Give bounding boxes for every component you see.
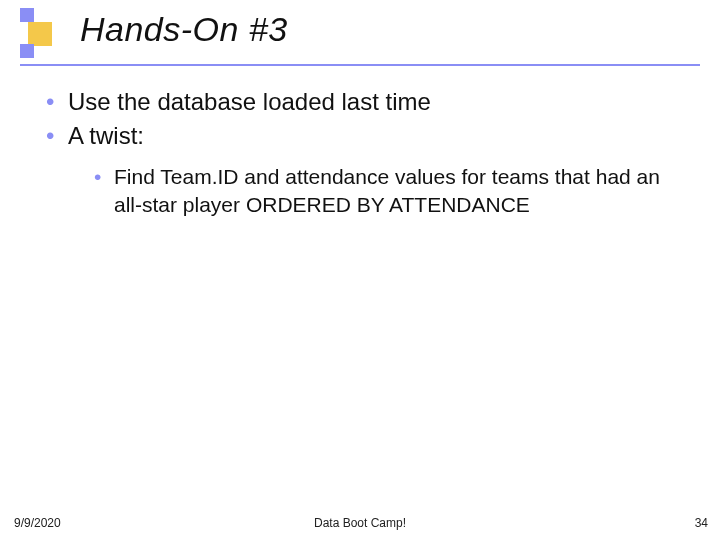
footer-center: Data Boot Camp! (0, 516, 720, 530)
list-item: A twist: Find Team.ID and attendance val… (40, 120, 680, 219)
bullet-text: Find Team.ID and attendance values for t… (114, 165, 660, 216)
list-item: Find Team.ID and attendance values for t… (92, 163, 680, 220)
square-accent-yellow (28, 22, 52, 46)
list-item: Use the database loaded last time (40, 86, 680, 118)
bullet-list-level2: Find Team.ID and attendance values for t… (68, 163, 680, 220)
bullet-text: Use the database loaded last time (68, 88, 431, 115)
footer-page-number: 34 (695, 516, 708, 530)
title-underline (20, 64, 700, 66)
bullet-list-level1: Use the database loaded last time A twis… (40, 86, 680, 219)
square-accent-purple (20, 8, 34, 22)
slide-body: Use the database loaded last time A twis… (40, 86, 680, 221)
title-decoration (20, 8, 60, 60)
slide-footer: 9/9/2020 Data Boot Camp! 34 (0, 510, 720, 530)
bullet-text: A twist: (68, 122, 144, 149)
slide-title: Hands-On #3 (80, 10, 288, 49)
square-accent-purple (20, 44, 34, 58)
slide: Hands-On #3 Use the database loaded last… (0, 0, 720, 540)
